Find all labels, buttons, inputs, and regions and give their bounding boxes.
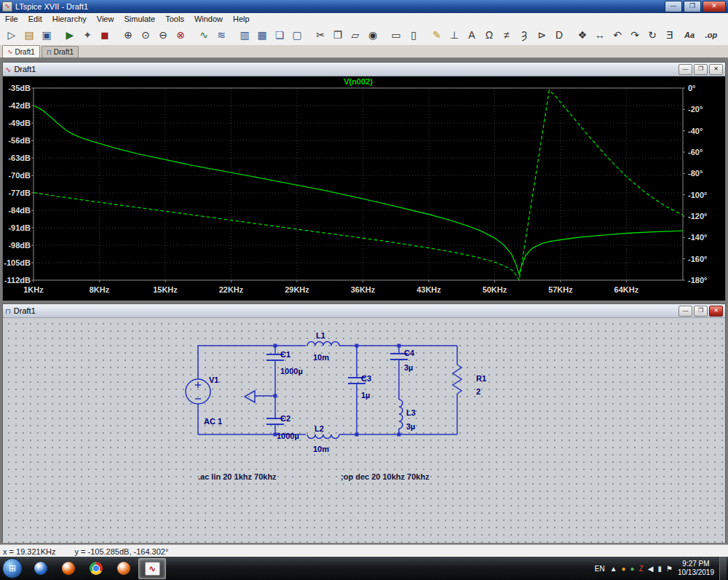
menu-simulate[interactable]: Simulate — [119, 15, 160, 23]
inductor-icon[interactable]: Ȝ — [515, 26, 533, 44]
diode-icon[interactable]: ⊳ — [533, 26, 550, 44]
mirror-icon[interactable]: Ǝ — [661, 26, 678, 44]
undo-icon[interactable]: ↶ — [609, 26, 626, 44]
component-label[interactable]: L1 — [316, 331, 325, 340]
start-button[interactable]: ⊞ — [2, 558, 23, 579]
spice-directive-icon[interactable]: .op — [700, 26, 722, 44]
print-icon[interactable]: ▭ — [387, 26, 405, 44]
component-label[interactable]: V1 — [209, 376, 218, 384]
ground-symbol[interactable] — [245, 391, 255, 402]
waveform-window-titlebar[interactable]: ∿ Draft1 — ❐ ✕ — [3, 63, 725, 76]
component-v1[interactable] — [186, 379, 210, 404]
menu-hierarchy[interactable]: Hierarchy — [47, 15, 92, 23]
cascade-windows-icon[interactable]: ❏ — [271, 26, 288, 44]
component-value[interactable]: 1000µ — [277, 432, 299, 440]
chrome-icon[interactable] — [83, 559, 109, 579]
ground-icon[interactable]: ⊥ — [446, 26, 463, 44]
halt-icon[interactable]: ◼ — [96, 26, 114, 44]
component-value[interactable]: 1µ — [361, 391, 370, 400]
action-center-flag-icon[interactable]: ⚑ — [666, 565, 673, 573]
wave-close-button[interactable]: ✕ — [709, 64, 723, 75]
orange-app-icon[interactable] — [111, 559, 137, 579]
trace-label[interactable]: V(n002) — [344, 77, 373, 86]
resistor-icon[interactable]: Ω — [480, 26, 498, 44]
component-value[interactable]: 3µ — [406, 422, 415, 431]
component-icon[interactable]: D — [550, 26, 568, 44]
zoom-in-icon[interactable]: ⊕ — [119, 26, 137, 44]
component-r1[interactable] — [453, 365, 462, 394]
volume-icon[interactable]: ◀ — [648, 565, 654, 573]
zoom-back-icon[interactable]: ⊙ — [137, 26, 154, 44]
component-label[interactable]: C1 — [280, 350, 290, 359]
save-icon[interactable]: ▣ — [38, 26, 55, 44]
menu-file[interactable]: File — [0, 15, 23, 23]
close-window-icon[interactable]: ▢ — [288, 26, 306, 44]
schematic-canvas-area[interactable]: V1 AC 1 C1 1000µ C2 1000µ L1 1 — [3, 318, 725, 543]
tray-red-icon[interactable]: Z — [639, 565, 644, 573]
run-icon[interactable]: ▶ — [61, 26, 79, 44]
find-icon[interactable]: ◉ — [364, 26, 381, 44]
new-schematic-icon[interactable]: ▷ — [3, 26, 20, 44]
tab-2-draft1[interactable]: ⊓Draft1 — [41, 46, 79, 57]
component-value[interactable]: 10m — [313, 445, 329, 453]
spice-directive-ac[interactable]: .ac lin 20 1khz 70khz — [198, 472, 277, 481]
tile-horizontal-icon[interactable]: ▦ — [253, 26, 271, 44]
rotate-icon[interactable]: ↻ — [644, 26, 661, 44]
tray-green-icon[interactable]: ● — [630, 565, 635, 573]
cut-icon[interactable]: ✂ — [312, 26, 329, 44]
window-titlebar[interactable]: ∿ LTspice XVII - Draft1 — ❐ ✕ — [0, 0, 728, 13]
component-l2[interactable] — [307, 434, 339, 439]
component-label[interactable]: C4 — [404, 349, 415, 357]
spice-directive-op[interactable]: ;op dec 20 10khz 70khz — [341, 472, 430, 481]
component-label[interactable]: L2 — [314, 424, 324, 433]
component-value[interactable]: 3µ — [404, 363, 413, 372]
tab-1-draft1[interactable]: ∿Draft1 — [2, 45, 40, 57]
component-l3[interactable] — [399, 400, 403, 429]
control-panel-icon[interactable]: ✦ — [79, 26, 96, 44]
component-l1[interactable] — [307, 342, 339, 346]
menu-view[interactable]: View — [92, 15, 119, 23]
tile-vertical-icon[interactable]: ▥ — [236, 26, 253, 44]
schem-minimize-button[interactable]: — — [678, 306, 692, 317]
move-icon[interactable]: ❖ — [574, 26, 591, 44]
redo-icon[interactable]: ↷ — [626, 26, 644, 44]
open-icon[interactable]: ▤ — [20, 26, 38, 44]
wave-minimize-button[interactable]: — — [678, 64, 692, 75]
menu-help[interactable]: Help — [228, 15, 255, 23]
network-icon[interactable]: ▮ — [657, 565, 662, 573]
component-value[interactable]: 10m — [313, 353, 329, 362]
taskbar-clock[interactable]: 9:27 PM 10/13/2019 — [678, 560, 714, 578]
capacitor-icon[interactable]: ≠ — [498, 26, 515, 44]
draw-wire-icon[interactable]: ✎ — [428, 26, 446, 44]
component-label[interactable]: C3 — [361, 374, 371, 383]
schematic-window-titlebar[interactable]: ⊓ Draft1 — ❐ ✕ — [3, 304, 725, 318]
minimize-button[interactable]: — — [665, 1, 682, 12]
close-button[interactable]: ✕ — [703, 1, 726, 12]
menu-edit[interactable]: Edit — [23, 15, 47, 23]
schem-restore-button[interactable]: ❐ — [694, 306, 708, 317]
component-label[interactable]: L3 — [406, 408, 416, 417]
waveform-plot[interactable]: -35dB-42dB-49dB-56dB-63dB-70dB-77dB-84dB… — [3, 76, 725, 301]
menu-window[interactable]: Window — [189, 15, 228, 23]
schem-close-button[interactable]: ✕ — [709, 306, 723, 317]
fft-icon[interactable]: ≋ — [213, 26, 230, 44]
firefox-icon[interactable] — [55, 559, 82, 579]
component-value[interactable]: 1000µ — [280, 367, 303, 376]
restore-button[interactable]: ❐ — [684, 1, 701, 12]
paste-icon[interactable]: ▱ — [347, 26, 364, 44]
component-value[interactable]: 2 — [476, 387, 480, 396]
tray-orange-icon[interactable]: ● — [622, 565, 626, 573]
component-label[interactable]: C2 — [280, 414, 290, 423]
component-label[interactable]: R1 — [476, 374, 486, 383]
autorange-y-icon[interactable]: ∿ — [195, 26, 213, 44]
text-icon[interactable]: Aa — [678, 26, 700, 44]
internet-explorer-icon[interactable] — [28, 559, 54, 579]
wave-restore-button[interactable]: ❐ — [694, 64, 708, 75]
show-desktop-button[interactable] — [719, 557, 727, 580]
component-value[interactable]: AC 1 — [204, 417, 222, 426]
copy-icon[interactable]: ❐ — [329, 26, 347, 44]
drag-icon[interactable]: ↔ — [591, 26, 609, 44]
language-indicator[interactable]: EN — [595, 565, 605, 573]
zoom-full-extents-icon[interactable]: ⊗ — [172, 26, 189, 44]
print-preview-icon[interactable]: ▯ — [405, 26, 422, 44]
